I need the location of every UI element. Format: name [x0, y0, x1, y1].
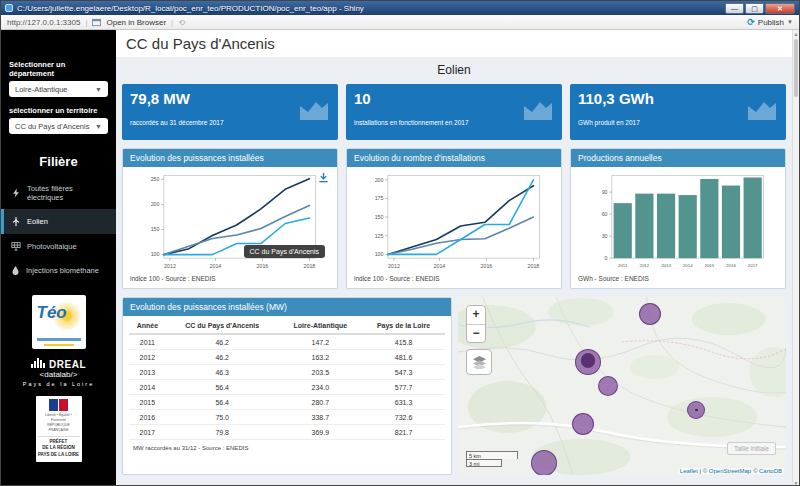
layers-button[interactable] [466, 349, 492, 375]
svg-text:2012: 2012 [164, 263, 176, 269]
toolbar-divider: | [171, 18, 173, 27]
valuebox-production: 110,3 GWh GWh produit en 2017 [570, 84, 786, 140]
map-zoom-control: + − [466, 305, 486, 343]
reset-view-button[interactable]: Taille initiale [727, 442, 776, 455]
table-cell: 2017 [129, 425, 166, 440]
publish-icon: ⟳ [747, 17, 755, 27]
scrollbar-thumb[interactable] [794, 39, 798, 97]
svg-text:2014: 2014 [434, 263, 446, 269]
carto-link[interactable]: © CartoDB [753, 468, 782, 474]
minimize-button[interactable]: — [725, 3, 744, 14]
prefet-title-2: DE LA RÉGION [38, 445, 80, 452]
table-cell: 79.8 [166, 425, 279, 440]
chevron-down-icon: ▼ [95, 86, 102, 93]
table-row: 201556.4280.7631.3 [129, 395, 445, 410]
teo-logo-text: Téo [37, 303, 67, 323]
valuebox-puissance: 79,8 MW raccordés au 31 décembre 2017 [122, 84, 338, 140]
table-cell: 75.0 [166, 410, 279, 425]
svg-text:2014: 2014 [683, 263, 693, 268]
svg-text:2016: 2016 [726, 263, 736, 268]
wind-turbine-icon [11, 216, 21, 227]
table-row: 201779.8369.9821.7 [129, 425, 445, 440]
sidebar: Sélectionner un département Loire-Atlant… [1, 30, 116, 486]
maximize-button[interactable]: ▢ [745, 3, 764, 14]
area-chart-icon [298, 96, 330, 122]
sidebar-item-toutes-filieres[interactable]: Toutes filières électriques [1, 177, 116, 209]
territoire-label: sélectionner un territoire [9, 106, 108, 115]
departement-select[interactable]: Loire-Atlantique ▼ [9, 81, 108, 97]
svg-text:0: 0 [605, 255, 608, 261]
svg-text:2016: 2016 [481, 263, 493, 269]
table-column-header: Année [129, 318, 166, 334]
map-scalebar: 5 km 3 mi [466, 451, 518, 467]
territoire-select[interactable]: CC du Pays d'Ancenis ▼ [9, 118, 108, 134]
chevron-down-icon: ▼ [95, 123, 102, 130]
leaflet-link[interactable]: Leaflet [680, 468, 698, 474]
osm-link[interactable]: © OpenStreetMap [703, 468, 751, 474]
panel-title: Productions annuelles [571, 149, 785, 167]
vertical-scrollbar[interactable]: ▲ ▼ [792, 30, 799, 486]
sidebar-item-photovoltaique[interactable]: Photovoltaique [1, 234, 116, 258]
territoire-value: CC du Pays d'Ancenis [15, 122, 89, 131]
svg-text:2017: 2017 [748, 263, 758, 268]
scale-mi: 3 mi [466, 459, 502, 467]
table-cell: 2016 [129, 410, 166, 425]
svg-text:2018: 2018 [304, 263, 316, 269]
teo-tagline-bar [37, 338, 81, 341]
svg-text:125: 125 [375, 233, 384, 239]
table-cell: 481.6 [362, 350, 445, 365]
line-chart-installations: 1001251501752002012201420162018 [352, 170, 556, 274]
panel-table: Evolution des puissances installées (MW)… [122, 297, 452, 475]
panel-title: Evolution des puissances installées [123, 149, 337, 167]
reload-icon[interactable]: ⟲ [178, 18, 185, 27]
dreal-datalab-logo: DREAL <datalab/> Pays de la Loire [21, 358, 97, 387]
map-marker[interactable] [687, 401, 705, 419]
map-marker[interactable] [572, 413, 594, 435]
map-marker[interactable] [639, 303, 661, 325]
dreal-bars-icon [31, 358, 45, 368]
droplet-icon [11, 265, 20, 276]
table-header-row: AnnéeCC du Pays d'AncenisLoire-Atlantiqu… [129, 318, 445, 334]
table-cell: 203.5 [279, 365, 362, 380]
window-title: C:/Users/juliette.engelaere/Desktop/R_lo… [17, 4, 721, 13]
svg-text:150: 150 [375, 214, 384, 220]
sidebar-item-eolien[interactable]: Eolien [1, 209, 116, 234]
sidebar-item-injections-biomethane[interactable]: Injections biométhane [1, 258, 116, 283]
valuebox-installations: 10 installations en fonctionnement en 20… [346, 84, 562, 140]
map-marker[interactable] [531, 450, 557, 475]
open-in-browser-button[interactable]: Open in Browser [106, 18, 166, 27]
filiere-title: Filière [1, 154, 116, 169]
chart-caption: GWh - Source : ENEDIS [576, 274, 780, 286]
table-cell: 280.7 [279, 395, 362, 410]
table-cell: 369.9 [279, 425, 362, 440]
scroll-up-icon[interactable]: ▲ [793, 31, 799, 37]
svg-text:2011: 2011 [618, 263, 628, 268]
layers-icon [472, 355, 487, 369]
zoom-in-button[interactable]: + [467, 306, 485, 324]
table-cell: 577.7 [362, 380, 445, 395]
scale-km: 5 km [466, 451, 518, 459]
leaflet-map[interactable]: + − 5 km 3 [458, 297, 786, 475]
sidebar-item-label: Toutes filières électriques [27, 184, 108, 202]
publish-caret-icon[interactable]: ▼ [787, 19, 793, 25]
table-cell: 821.7 [362, 425, 445, 440]
line-chart-puissances: 1001502002502012201420162018 [128, 170, 332, 274]
publish-button[interactable]: Publish [758, 18, 784, 27]
table-cell: 56.4 [166, 395, 279, 410]
close-button[interactable]: ✕ [765, 3, 795, 14]
map-marker[interactable] [598, 376, 618, 396]
svg-text:100: 100 [375, 251, 384, 257]
toolbar-divider: | [85, 18, 87, 27]
download-icon[interactable] [318, 172, 329, 183]
map-marker[interactable] [575, 349, 601, 375]
zoom-out-button[interactable]: − [467, 324, 485, 342]
svg-text:90: 90 [602, 189, 608, 195]
svg-text:2016: 2016 [257, 263, 269, 269]
table-cell: 631.3 [362, 395, 445, 410]
french-flag-icon [38, 399, 80, 411]
svg-text:200: 200 [375, 177, 384, 183]
teo-logo: Téo [32, 295, 86, 349]
prefet-motto: Liberté • Égalité • Fraternité [38, 413, 80, 423]
scroll-down-icon[interactable]: ▼ [793, 480, 799, 486]
app-window: C:/Users/juliette.engelaere/Desktop/R_lo… [0, 0, 800, 486]
